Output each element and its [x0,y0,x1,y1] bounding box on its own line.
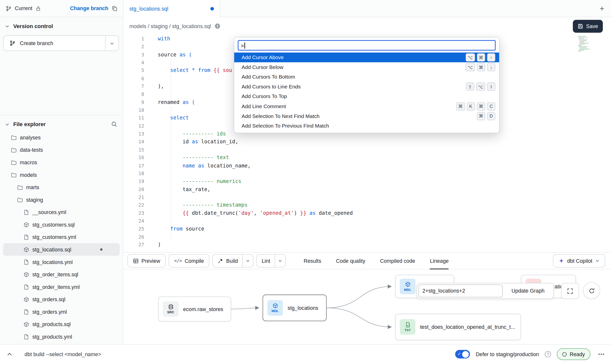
lineage-node-test[interactable]: TST test_does_location_opened_at_trunc_t… [395,314,521,340]
keycap: ⌘ [477,53,485,62]
lint-dropdown[interactable] [275,255,286,267]
model-icon [23,271,29,277]
breadcrumb: models / staging / stg_locations.sql [129,23,211,29]
current-branch-label: Current [15,5,32,11]
file-tree: analysesdata-testsmacrosmodelsmartsstagi… [0,131,123,343]
file-label: stg_order_items.yml [32,284,80,290]
compile-button[interactable]: </> Compile [169,254,209,267]
model-badge: MDL [267,300,283,315]
refresh-button[interactable] [583,282,600,299]
search-icon[interactable] [111,121,117,127]
keycap: ⌥ [476,83,485,91]
palette-item[interactable]: Add Cursors To Top [234,92,499,101]
copy-icon[interactable] [111,5,118,11]
create-branch-label: Create branch [20,40,53,46]
defer-toggle[interactable]: ✓ [455,350,470,359]
copilot-icon [558,258,564,264]
preview-label: Preview [142,258,160,264]
tab-lineage[interactable]: Lineage [430,253,449,269]
command-palette: > Add Cursor Above⌥⌘↑Add Cursor Below⌥⌘↓… [234,37,500,133]
lineage-node-stg-locations[interactable]: MDL stg_locations [263,295,326,321]
create-branch-dropdown[interactable] [105,36,119,50]
new-tab-button[interactable]: + [600,4,604,12]
file-item-data-tests[interactable]: data-tests [3,144,120,156]
chevron-down-icon [278,258,283,263]
version-control-header[interactable]: Version control [0,17,123,33]
tab-compiled-code[interactable]: Compiled code [380,253,415,269]
globe-icon[interactable] [215,23,221,29]
file-item-models[interactable]: models [3,168,120,181]
lineage-canvas[interactable]: SRC ecom.raw_stores MDL stg_locations MD… [123,269,611,344]
file-item-stg_products.sql[interactable]: stg_products.sql [3,318,120,331]
minimap[interactable] [578,36,594,52]
text-caret [244,42,245,48]
model-icon [23,296,29,302]
status-right: ✓ Defer to staging/production ? Ready [455,348,605,360]
palette-item-label: Add Selection To Previous Find Match [242,123,329,129]
chevron-down-icon [5,24,10,29]
file-item-stg_orders.sql[interactable]: stg_orders.sql [3,293,120,306]
file-item-analyses[interactable]: analyses [3,131,120,144]
tab-stg-locations[interactable]: stg_locations.sql [123,0,220,17]
save-button[interactable]: Save [573,20,603,33]
folder-icon [11,147,17,153]
node-label: test_does_location_opened_at_trunc_t... [420,324,515,330]
palette-item[interactable]: Add Selection To Previous Find Match [234,121,499,131]
palette-input[interactable]: > [238,40,496,51]
lint-main[interactable]: Lint [257,255,275,267]
file-explorer-header[interactable]: File explorer [0,115,123,131]
change-branch-link[interactable]: Change branch [70,5,108,11]
palette-item[interactable]: Add Cursor Below⌥⌘↓ [234,62,499,72]
keycap: ↑ [487,53,495,62]
file-item-staging[interactable]: staging [3,193,120,206]
file-label: __sources.yml [32,209,66,215]
file-item-macros[interactable]: macros [3,156,120,169]
lineage-node-source[interactable]: SRC ecom.raw_stores [158,297,231,321]
chevron-down-icon [246,258,250,263]
model-badge-label: MDL [271,309,279,313]
file-item-stg_order_items.sql[interactable]: stg_order_items.sql [3,268,120,281]
tab-results[interactable]: Results [304,253,321,269]
overflow-menu-icon[interactable] [598,351,605,358]
file-item-stg_products.yml[interactable]: stg_products.yml [3,331,120,343]
file-item-__sources.yml[interactable]: __sources.yml [3,206,120,218]
folder-icon [11,172,17,178]
palette-item[interactable]: Add Cursors To Bottom [234,72,499,82]
lineage-search-input[interactable] [418,284,503,297]
file-item-stg_locations.yml[interactable]: stg_locations.yml [3,256,120,268]
tab-label: stg_locations.sql [129,6,168,12]
palette-item[interactable]: Add Selection To Next Find Match⌘D [234,111,499,121]
modified-dot [100,248,102,250]
file-item-stg_customers.yml[interactable]: stg_customers.yml [3,231,120,243]
toggle-knob [462,351,469,358]
help-icon[interactable]: ? [545,351,551,357]
file-item-stg_locations.sql[interactable]: stg_locations.sql [3,243,120,256]
chevron-up-icon[interactable] [6,351,13,358]
file-label: analyses [20,134,41,140]
file-item-marts[interactable]: marts [3,181,120,194]
create-branch-main[interactable]: Create branch [3,36,105,50]
build-main[interactable]: Build [213,255,243,267]
expand-icon [567,288,573,294]
palette-item[interactable]: Add Line Comment⌘K⌘C [234,101,499,111]
palette-item[interactable]: Add Cursor Above⌥⌘↑ [234,52,499,62]
palette-item-label: Add Selection To Next Find Match [242,113,320,119]
file-label: macros [20,159,37,165]
tab-code-quality[interactable]: Code quality [336,253,365,269]
fullscreen-button[interactable] [561,283,579,299]
build-dropdown[interactable] [243,255,253,267]
preview-button[interactable]: Preview [127,254,166,267]
model-icon [23,247,29,252]
palette-item[interactable]: Add Cursors to Line Ends⇧⌥I [234,82,499,92]
copilot-button[interactable]: dbt Copilot [553,254,605,267]
update-graph-button[interactable]: Update Graph [503,288,553,294]
file-item-stg_orders.yml[interactable]: stg_orders.yml [3,306,120,318]
status-badge[interactable]: Ready [557,348,590,360]
lint-button: Lint [257,254,286,267]
file-item-stg_order_items.yml[interactable]: stg_order_items.yml [3,281,120,293]
file-label: stg_products.sql [32,321,71,327]
file-item-stg_customers.sql[interactable]: stg_customers.sql [3,218,120,231]
folder-icon [17,184,23,190]
branch-icon [9,40,16,46]
chevron-down-icon [5,122,10,127]
